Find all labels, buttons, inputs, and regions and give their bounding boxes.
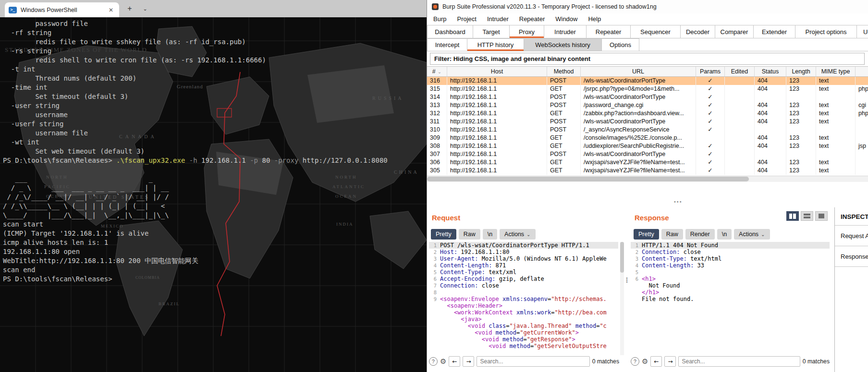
editor-splitter-handle[interactable]: ••• [625,277,629,283]
cell-host: http://192.168.1.1 [447,142,547,150]
new-tab-button[interactable]: + [125,4,134,13]
cell-host: http://192.168.1.1 [447,126,547,134]
column-header-Length[interactable]: Length [786,67,816,76]
tab-project-options[interactable]: Project options [795,25,857,38]
cell-method: GET [547,142,581,150]
column-header-Params[interactable]: Params [696,67,725,76]
history-row-312[interactable]: 312http://192.168.1.1GET/zabbix.php?acti… [427,109,868,118]
cell-status: 404 [755,134,786,142]
cell-method: POST [547,150,581,158]
subtab-intercept[interactable]: Intercept [427,38,467,51]
tab-extender[interactable]: Extender [754,25,795,38]
response-tab-render[interactable]: Render [685,229,715,240]
history-row-305[interactable]: 305http://192.168.1.1GET/wxjsapi/saveYZJ… [427,167,868,175]
response-tab-raw[interactable]: Raw [661,229,683,240]
map-label: BRAZIL [159,301,180,306]
column-header-Status[interactable]: Status [755,67,786,76]
column-header-Ext[interactable]: Ext [856,67,868,76]
inspector-section-request-attributes[interactable]: Request Attributes [835,225,868,246]
response-tab-actions[interactable]: Actions⌄ [734,229,770,240]
close-tab-icon[interactable]: ✕ [107,6,115,14]
terminal-tab[interactable]: >_ Windows PowerShell ✕ [5,2,119,17]
history-row-310[interactable]: 310http://192.168.1.1POST/_async/AsyncRe… [427,126,868,134]
prev-match-button[interactable]: ← [650,356,662,367]
menu-help[interactable]: Help [583,13,606,25]
history-row-309[interactable]: 309http://192.168.1.1GET/console/images/… [427,134,868,142]
column-header-MIME type[interactable]: MIME type [816,67,856,76]
tab-sequencer[interactable]: Sequencer [631,25,681,38]
cell-length [786,150,816,158]
subtab-http-history[interactable]: HTTP history [467,38,524,51]
request-tab-pretty[interactable]: Pretty [431,229,456,240]
request-segment [499,296,502,302]
column-header-Method[interactable]: Method [547,67,581,76]
tab-intruder[interactable]: Intruder [544,25,587,38]
tab-dashboard[interactable]: Dashboard [427,25,473,38]
menu-intruder[interactable]: Intruder [482,13,514,25]
request-tab-actions[interactable]: Actions⌄ [500,229,535,240]
layout-columns-button[interactable] [786,211,799,221]
request-editor[interactable]: 1POST /wls-wsat/CoordinatorPortType HTTP… [429,242,618,355]
gear-icon[interactable]: ⚙ [642,357,648,366]
column-header-Host[interactable]: Host [447,67,547,76]
history-row-315[interactable]: 315http://192.168.1.1GET/jsrpc.php?type=… [427,85,868,93]
history-row-313[interactable]: 313http://192.168.1.1POST/password_chang… [427,101,868,109]
history-row-306[interactable]: 306http://192.168.1.1GET/wxjsapi/saveYZJ… [427,158,868,167]
gear-icon[interactable]: ⚙ [440,357,446,366]
http-history-filter-bar[interactable]: Filter: Hiding CSS, image and general bi… [430,53,865,65]
column-header-#[interactable]: #⌄ [427,67,447,76]
layout-rows-button[interactable] [801,211,813,221]
cell-ext: jsp [856,142,868,150]
next-match-button[interactable]: → [664,356,676,367]
response-editor[interactable]: 1HTTP/1.1 404 Not Found2Connection: clos… [631,242,830,355]
help-icon[interactable]: ? [429,357,438,366]
panel-splitter-handle[interactable]: ••• [674,199,683,204]
request-tab-newline[interactable]: \n [483,229,497,240]
chevron-down-icon: ⌄ [526,232,530,237]
tab-user-options[interactable]: User options [857,25,868,38]
tab-repeater[interactable]: Repeater [587,25,631,38]
terminal-segment: -proxy [270,156,302,164]
inspector-section-response-headers[interactable]: Response Headers [835,246,868,267]
tab-comparer[interactable]: Comparer [715,25,754,38]
scrollbar-thumb[interactable] [427,177,749,181]
response-tab-pretty[interactable]: Pretty [634,229,659,240]
help-icon[interactable]: ? [631,357,639,366]
response-tab-newline[interactable]: \n [717,229,732,240]
tab-proxy[interactable]: Proxy [510,25,544,38]
request-tab-raw[interactable]: Raw [459,229,480,240]
history-row-311[interactable]: 311http://192.168.1.1POST/wls-wsat/Coord… [427,118,868,126]
menu-burp[interactable]: Burp [428,13,452,25]
subtab-options[interactable]: Options [602,38,639,51]
menu-repeater[interactable]: Repeater [514,13,550,25]
scrollbar-thumb[interactable] [620,242,624,273]
request-search-input[interactable] [477,356,589,367]
request-code-line: <soapenv:Header> [429,302,618,309]
column-header-URL[interactable]: URL [581,67,696,76]
subtab-websockets-history[interactable]: WebSockets history [524,38,602,51]
request-code-line: 6Accept-Encoding: gzip, deflate [429,276,618,282]
terminal-content[interactable]: password file -rf string redis file to w… [0,19,427,284]
tab-dropdown-icon[interactable]: ⌄ [140,6,150,12]
history-row-314[interactable]: 314http://192.168.1.1POST/wls-wsat/Coord… [427,93,868,101]
tab-target[interactable]: Target [473,25,510,38]
tab-decoder[interactable]: Decoder [681,25,715,38]
table-horizontal-scrollbar[interactable] [427,176,868,182]
history-row-307[interactable]: 307http://192.168.1.1POST/wls-wsat/Coord… [427,150,868,158]
request-scrollbar[interactable] [620,242,624,355]
request-code-line: 9<soapenv:Envelope xmlns:soapenv="http:/… [429,296,618,302]
column-header-Edited[interactable]: Edited [725,67,755,76]
history-row-308[interactable]: 308http://192.168.1.1GET/uddiexplorer/Se… [427,142,868,150]
response-search-input[interactable] [678,356,800,367]
menu-window[interactable]: Window [550,13,583,25]
history-row-316[interactable]: 316http://192.168.1.1POST/wls-wsat/Coord… [427,77,868,85]
menu-project[interactable]: Project [452,13,481,25]
line-number [429,302,437,309]
prev-match-button[interactable]: ← [449,356,460,367]
request-segment: <java> [461,316,481,323]
next-match-button[interactable]: → [463,356,474,367]
cell-method: POST [547,126,581,134]
history-table-body: 316http://192.168.1.1POST/wls-wsat/Coord… [427,77,868,175]
layout-single-button[interactable] [815,211,828,221]
terminal-line: ___ _ [0,174,427,183]
